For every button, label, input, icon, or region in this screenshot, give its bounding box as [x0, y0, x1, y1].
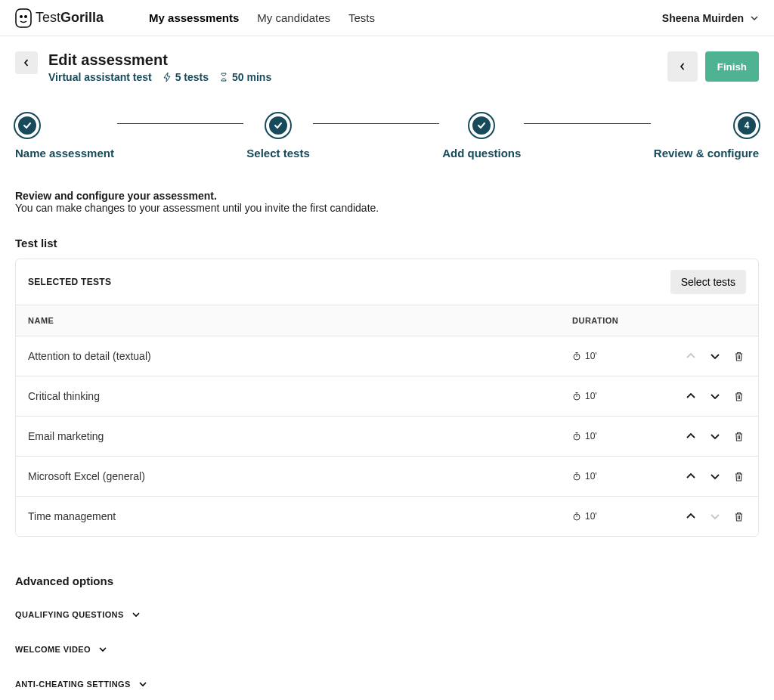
finish-button[interactable]: Finish: [705, 51, 759, 82]
test-duration: 10': [572, 431, 663, 441]
col-name-header: NAME: [28, 316, 572, 325]
test-duration: 10': [572, 471, 663, 482]
test-duration: 10': [572, 511, 663, 522]
move-down-button[interactable]: [707, 348, 723, 364]
test-row: Attention to detail (textual)10': [16, 336, 758, 376]
test-list-card: SELECTED TESTS Select tests NAME DURATIO…: [15, 259, 759, 537]
step[interactable]: Name assessment: [15, 113, 114, 160]
chevron-down-icon: [750, 14, 759, 23]
intro-text: Review and configure your assessment. Yo…: [15, 190, 759, 214]
check-icon: [266, 113, 290, 138]
delete-button[interactable]: [732, 349, 746, 364]
brand-prefix: Test: [36, 10, 60, 25]
step-label: Review & configure: [654, 147, 759, 160]
prev-step-button[interactable]: [667, 51, 698, 82]
nav-link[interactable]: My candidates: [257, 0, 330, 36]
delete-button[interactable]: [732, 429, 746, 444]
selected-tests-label: SELECTED TESTS: [28, 277, 111, 287]
step-label: Add questions: [442, 147, 521, 160]
nav-link[interactable]: Tests: [348, 0, 375, 36]
intro-title: Review and configure your assessment.: [15, 190, 759, 202]
chevron-down-icon: [138, 680, 147, 689]
stopwatch-icon: [572, 512, 581, 521]
test-name: Microsoft Excel (general): [28, 470, 572, 482]
delete-button[interactable]: [732, 389, 746, 404]
intro-sub: You can make changes to your assessment …: [15, 202, 759, 214]
step-number: 4: [735, 113, 759, 138]
stopwatch-icon: [572, 352, 581, 361]
test-row: Critical thinking10': [16, 376, 758, 417]
advanced-heading: Advanced options: [15, 575, 759, 587]
page-title: Edit assessment: [48, 51, 271, 69]
chevron-left-icon: [679, 63, 686, 70]
step-connector: [117, 123, 243, 124]
move-down-button[interactable]: [707, 429, 723, 444]
svg-point-1: [20, 15, 23, 18]
back-button[interactable]: [15, 51, 38, 74]
chevron-left-icon: [23, 59, 30, 67]
step-label: Select tests: [246, 147, 309, 160]
move-up-button[interactable]: [683, 389, 698, 404]
test-name: Time management: [28, 510, 572, 522]
delete-button[interactable]: [732, 510, 746, 524]
advanced-item[interactable]: ANTI-CHEATING SETTINGS: [15, 672, 759, 696]
svg-point-2: [24, 15, 27, 18]
test-name: Attention to detail (textual): [28, 350, 572, 362]
move-down-button[interactable]: [707, 389, 723, 404]
test-row: Microsoft Excel (general)10': [16, 457, 758, 497]
move-down-button: [707, 509, 723, 524]
advanced-item-label: WELCOME VIDEO: [15, 645, 91, 654]
stopwatch-icon: [572, 432, 581, 441]
brand-suffix: Gorilla: [60, 10, 104, 25]
nav-link[interactable]: My assessments: [149, 0, 239, 36]
user-name: Sheena Muirden: [662, 12, 744, 24]
user-menu[interactable]: Sheena Muirden: [662, 12, 759, 24]
move-up-button: [683, 348, 698, 364]
select-tests-button[interactable]: Select tests: [670, 270, 746, 294]
check-icon: [469, 113, 494, 138]
stopwatch-icon: [572, 472, 581, 481]
advanced-options: Advanced options QUALIFYING QUESTIONSWEL…: [15, 575, 759, 700]
move-up-button[interactable]: [683, 469, 698, 484]
stopwatch-icon: [572, 392, 581, 401]
step[interactable]: 4Review & configure: [654, 113, 759, 160]
move-up-button[interactable]: [683, 509, 698, 524]
test-name: Email marketing: [28, 430, 572, 442]
chevron-down-icon: [98, 645, 107, 654]
advanced-item[interactable]: QUALIFYING QUESTIONS: [15, 602, 759, 627]
top-nav: TestGorilla My assessmentsMy candidatesT…: [0, 0, 774, 36]
chevron-down-icon: [132, 610, 141, 619]
test-row: Time management10': [16, 497, 758, 536]
check-icon: [15, 113, 39, 138]
advanced-item-label: ANTI-CHEATING SETTINGS: [15, 680, 131, 689]
hourglass-icon: [219, 73, 228, 82]
test-name: Critical thinking: [28, 390, 572, 402]
logo[interactable]: TestGorilla: [15, 8, 104, 28]
move-up-button[interactable]: [683, 429, 698, 444]
test-row: Email marketing10': [16, 417, 758, 457]
assessment-name-link[interactable]: Virtual assistant test: [48, 71, 152, 83]
step-connector: [524, 123, 650, 124]
advanced-item[interactable]: WELCOME VIDEO: [15, 637, 759, 661]
step-label: Name assessment: [15, 147, 114, 160]
duration: 50 mins: [219, 71, 271, 83]
nav-links: My assessmentsMy candidatesTests: [149, 0, 375, 36]
svg-rect-0: [16, 9, 31, 27]
table-header: NAME DURATION: [16, 305, 758, 336]
step[interactable]: Add questions: [442, 113, 521, 160]
stepper: Name assessmentSelect testsAdd questions…: [15, 113, 759, 160]
step-connector: [313, 123, 439, 124]
page-header: Edit assessment Virtual assistant test 5…: [15, 51, 759, 83]
test-duration: 10': [572, 391, 663, 401]
move-down-button[interactable]: [707, 469, 723, 484]
gorilla-icon: [15, 8, 32, 28]
advanced-item-label: QUALIFYING QUESTIONS: [15, 610, 124, 619]
lightning-icon: [163, 73, 172, 82]
test-list-heading: Test list: [15, 237, 759, 249]
delete-button[interactable]: [732, 469, 746, 484]
tests-count: 5 tests: [163, 71, 209, 83]
step[interactable]: Select tests: [246, 113, 309, 160]
assessment-meta: Virtual assistant test 5 tests 50 mins: [48, 71, 271, 83]
test-duration: 10': [572, 351, 663, 361]
col-duration-header: DURATION: [572, 316, 663, 325]
